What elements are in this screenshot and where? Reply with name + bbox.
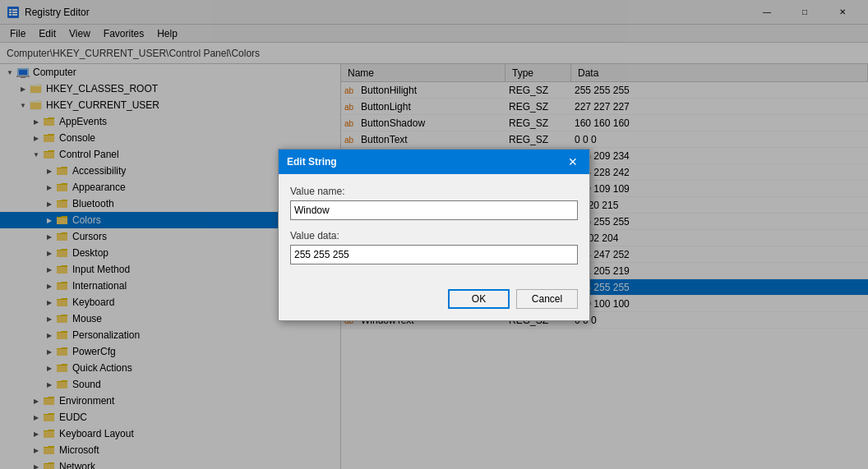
value-name-label: Value name: xyxy=(290,186,578,197)
dialog-body: Value name: Value data: xyxy=(279,174,589,283)
value-name-input[interactable] xyxy=(290,200,578,220)
modal-overlay: Edit String ✕ Value name: Value data: OK… xyxy=(0,0,868,469)
value-data-label: Value data: xyxy=(290,230,578,241)
ok-button[interactable]: OK xyxy=(448,289,510,309)
edit-string-dialog: Edit String ✕ Value name: Value data: OK… xyxy=(278,149,590,321)
dialog-title: Edit String xyxy=(287,156,565,168)
cancel-button[interactable]: Cancel xyxy=(516,289,578,309)
value-data-input[interactable] xyxy=(290,245,578,264)
dialog-close-button[interactable]: ✕ xyxy=(565,154,581,170)
dialog-title-bar: Edit String ✕ xyxy=(279,149,589,174)
dialog-buttons: OK Cancel xyxy=(279,283,589,320)
